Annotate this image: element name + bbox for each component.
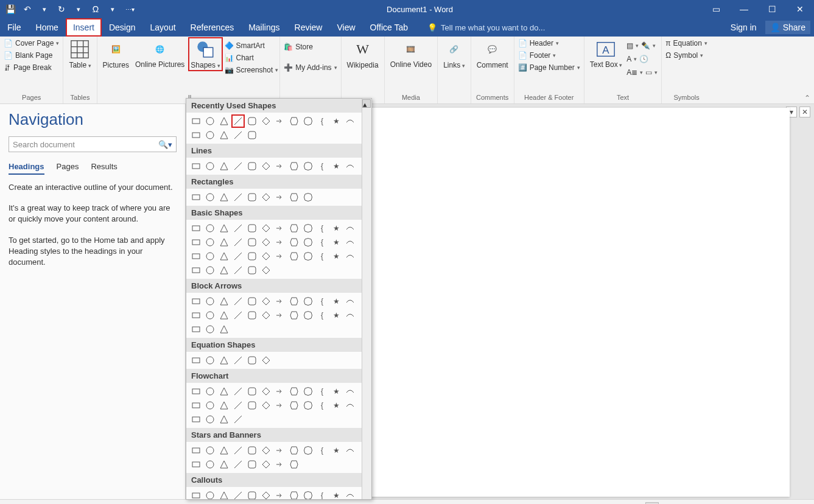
shape-item[interactable] [218,458,230,471]
shape-item[interactable] [288,309,300,321]
shape-item[interactable] [344,222,356,234]
shape-item[interactable] [246,264,258,276]
shape-item[interactable] [204,444,216,457]
shape-item[interactable] [218,264,230,276]
chart-button[interactable]: 📊 Chart [225,52,254,63]
view-web-layout-icon[interactable]: 🌐 [667,502,681,505]
shape-item[interactable] [274,191,286,203]
shape-item[interactable] [288,222,300,234]
shape-item[interactable] [260,264,272,276]
shape-item[interactable] [260,385,272,397]
shape-item[interactable] [344,236,356,248]
shape-item[interactable] [260,444,272,457]
shape-item[interactable] [302,236,314,248]
shape-item[interactable] [288,250,300,262]
shape-item[interactable] [246,489,258,500]
shape-item[interactable] [260,295,272,307]
shape-item[interactable] [232,399,244,411]
shape-item[interactable] [218,236,230,248]
shape-item[interactable]: { [316,385,328,397]
page-number-button[interactable]: #️⃣ Page Number [518,62,580,73]
shape-item[interactable] [204,413,216,425]
shapes-scrollbar[interactable] [362,99,371,499]
shape-item[interactable] [218,489,230,500]
shape-item[interactable]: { [316,160,328,172]
shape-item[interactable] [204,399,216,411]
shape-item[interactable] [204,236,216,248]
shape-item[interactable] [190,399,202,411]
shape-item[interactable] [344,115,356,127]
shape-item[interactable]: { [316,489,328,500]
nav-tab-headings[interactable]: Headings [9,162,44,175]
shape-item[interactable]: { [316,309,328,321]
shape-item[interactable]: ★ [330,489,342,500]
shape-item[interactable]: { [316,250,328,262]
quick-parts-button[interactable]: ▤ [626,40,639,51]
shape-item[interactable]: ★ [330,295,342,307]
shape-item[interactable] [288,295,300,307]
shape-item[interactable] [260,399,272,411]
minimize-icon[interactable]: — [730,0,758,18]
shape-item[interactable] [260,489,272,500]
shape-item[interactable] [232,385,244,397]
shape-item[interactable] [204,295,216,307]
shape-item[interactable] [190,413,202,425]
shape-item[interactable] [204,354,216,366]
shape-item[interactable] [204,191,216,203]
shape-item[interactable] [274,444,286,457]
tab-design[interactable]: Design [102,18,143,37]
navigation-search[interactable]: Search document 🔍▾ [9,136,177,152]
shape-item[interactable] [246,222,258,234]
tab-layout[interactable]: Layout [143,18,183,37]
shape-item[interactable] [218,354,230,366]
tab-review[interactable]: Review [287,18,330,37]
qat-customize-icon[interactable]: ⋯▾ [122,1,138,18]
shape-item[interactable] [204,250,216,262]
shape-item[interactable] [190,160,202,172]
shape-item[interactable] [344,250,356,262]
shape-item[interactable] [274,295,286,307]
shape-item[interactable] [260,309,272,321]
shape-item[interactable] [302,160,314,172]
wordart-button[interactable]: A [626,54,637,65]
online-pictures-button[interactable]: 🌐 Online Pictures [133,38,186,70]
shape-item[interactable]: ★ [330,399,342,411]
shape-item[interactable] [232,115,244,127]
shape-item[interactable] [302,191,314,203]
shape-item[interactable] [190,323,202,335]
shape-item[interactable] [204,115,216,127]
equation-button[interactable]: π Equation [665,38,707,49]
shape-item[interactable] [232,413,244,425]
shape-item[interactable] [302,295,314,307]
tab-view[interactable]: View [329,18,362,37]
shape-item[interactable]: ★ [330,250,342,262]
header-button[interactable]: 📄 Header [518,38,559,49]
search-icon[interactable]: 🔍▾ [158,140,172,149]
save-icon[interactable]: 💾 [2,1,18,18]
footer-button[interactable]: 📄 Footer [518,50,556,61]
shape-item[interactable] [246,458,258,471]
shape-item[interactable] [190,115,202,127]
shape-item[interactable] [204,489,216,500]
shape-item[interactable] [190,250,202,262]
shape-item[interactable] [218,323,230,335]
shape-item[interactable] [288,458,300,471]
store-button[interactable]: 🛍️ Store [284,41,313,52]
dropcap-button[interactable]: A≣ [626,67,643,78]
shape-item[interactable] [274,385,286,397]
shape-item[interactable] [218,115,230,127]
shape-item[interactable]: ★ [330,115,342,127]
shape-item[interactable] [246,129,258,141]
page-break-button[interactable]: ⭿ Page Break [4,62,52,73]
shape-item[interactable] [218,250,230,262]
shape-item[interactable] [274,236,286,248]
nav-tab-pages[interactable]: Pages [57,162,79,175]
shape-item[interactable] [218,129,230,141]
share-button[interactable]: 👤 Share [765,21,810,34]
shapes-button[interactable]: Shapes [189,38,222,71]
shape-item[interactable] [218,191,230,203]
shape-item[interactable]: { [316,399,328,411]
shape-item[interactable] [302,399,314,411]
shape-item[interactable]: ★ [330,160,342,172]
omega-icon[interactable]: Ω [88,1,104,18]
